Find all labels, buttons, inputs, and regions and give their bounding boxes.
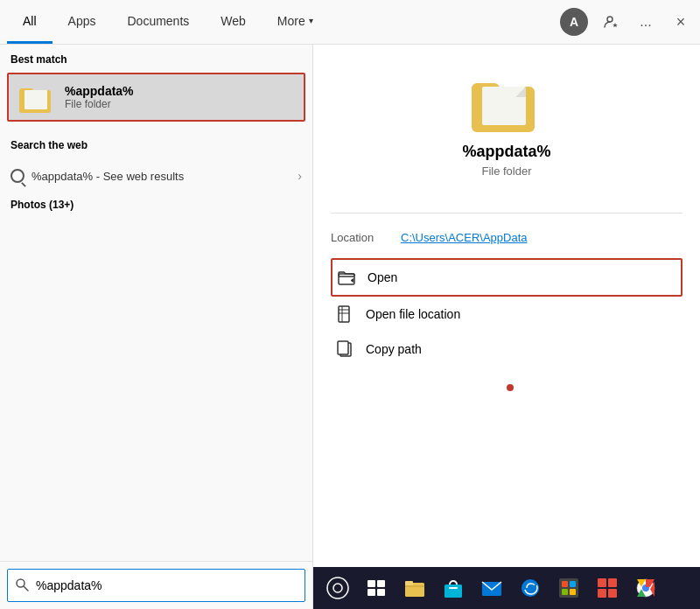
close-button[interactable]: × xyxy=(668,10,693,34)
arrow-right-icon: › xyxy=(298,169,302,183)
search-box-icon xyxy=(15,578,29,594)
left-panel: Best match %appdata% File folder Search … xyxy=(0,45,313,609)
best-match-text: %appdata% File folder xyxy=(65,84,134,110)
tab-more-label: More xyxy=(277,14,305,28)
more-options-button[interactable]: ... xyxy=(634,10,658,34)
web-item-text: %appdata% - See web results xyxy=(32,170,298,183)
copy-path-icon xyxy=(334,339,355,360)
taskbar-ms-store[interactable] xyxy=(551,570,586,606)
svg-rect-25 xyxy=(608,578,617,587)
best-match-item[interactable]: %appdata% File folder xyxy=(7,73,305,122)
open-button[interactable]: Open xyxy=(331,258,682,297)
svg-rect-26 xyxy=(598,589,606,598)
folder-icon xyxy=(19,81,54,113)
mic-indicator xyxy=(507,384,514,391)
taskbar xyxy=(313,567,700,609)
open-icon xyxy=(336,267,357,288)
folder-icon-xl xyxy=(472,71,542,132)
content-area: Best match %appdata% File folder Search … xyxy=(0,45,700,609)
svg-line-2 xyxy=(24,586,28,591)
svg-rect-16 xyxy=(449,587,458,589)
location-row: Location C:\Users\ACER\AppData xyxy=(331,228,682,258)
close-icon: × xyxy=(676,13,686,32)
search-input[interactable] xyxy=(36,578,298,592)
taskbar-task-view[interactable] xyxy=(359,570,394,606)
copy-path-button[interactable]: Copy path xyxy=(331,332,682,367)
svg-rect-23 xyxy=(570,589,576,595)
svg-point-7 xyxy=(327,578,348,598)
avatar[interactable]: A xyxy=(560,8,588,36)
svg-rect-9 xyxy=(368,580,375,587)
nav-tabs: All Apps Documents Web More ▾ A xyxy=(0,0,700,45)
search-icon xyxy=(10,169,24,183)
svg-rect-24 xyxy=(598,578,606,587)
search-box-container xyxy=(0,561,312,609)
web-section: %appdata% - See web results › xyxy=(0,157,312,192)
right-panel: %appdata% File folder Location C:\Users\… xyxy=(313,45,700,609)
tab-web-label: Web xyxy=(220,14,246,28)
taskbar-store[interactable] xyxy=(436,570,471,606)
taskbar-edge[interactable] xyxy=(513,570,548,606)
location-path[interactable]: C:\Users\ACER\AppData xyxy=(401,231,528,244)
taskbar-search[interactable] xyxy=(320,570,355,606)
svg-rect-21 xyxy=(570,581,576,587)
svg-rect-10 xyxy=(377,580,385,587)
svg-rect-20 xyxy=(562,581,568,587)
tab-apps[interactable]: Apps xyxy=(52,0,112,44)
svg-rect-3 xyxy=(339,274,354,284)
tab-web[interactable]: Web xyxy=(205,0,262,44)
taskbar-tiles[interactable] xyxy=(590,570,625,606)
chevron-down-icon: ▾ xyxy=(309,16,313,25)
svg-rect-22 xyxy=(562,589,568,595)
svg-point-8 xyxy=(333,584,342,592)
tab-more[interactable]: More ▾ xyxy=(262,0,329,44)
open-label: Open xyxy=(368,270,397,284)
svg-rect-14 xyxy=(405,581,413,585)
tab-documents[interactable]: Documents xyxy=(111,0,205,44)
svg-rect-11 xyxy=(368,589,375,596)
svg-rect-27 xyxy=(608,589,617,598)
more-icon: ... xyxy=(640,14,651,30)
location-label: Location xyxy=(331,231,401,244)
web-section-label: Search the web xyxy=(0,130,312,157)
taskbar-file-explorer[interactable] xyxy=(397,570,432,606)
taskbar-chrome[interactable] xyxy=(628,570,663,606)
svg-rect-15 xyxy=(444,584,462,598)
avatar-letter: A xyxy=(570,15,578,29)
svg-rect-12 xyxy=(377,589,385,596)
folder-preview: %appdata% File folder xyxy=(462,71,550,195)
photos-label: Photos (13+) xyxy=(0,192,312,218)
best-match-label: Best match xyxy=(0,45,312,71)
tab-documents-label: Documents xyxy=(127,14,189,28)
tab-all[interactable]: All xyxy=(7,0,52,44)
svg-rect-4 xyxy=(339,306,349,322)
folder-name: %appdata% xyxy=(462,143,550,161)
search-box[interactable] xyxy=(7,569,305,602)
best-match-name: %appdata% xyxy=(65,84,134,98)
feedback-button[interactable] xyxy=(598,10,623,34)
folder-type: File folder xyxy=(481,164,531,178)
open-file-location-button[interactable]: Open file location xyxy=(331,297,682,332)
open-file-location-label: Open file location xyxy=(366,307,460,321)
svg-rect-6 xyxy=(338,341,348,354)
best-match-type: File folder xyxy=(65,98,134,110)
taskbar-mail[interactable] xyxy=(474,570,509,606)
open-file-location-icon xyxy=(334,304,355,325)
tab-all-label: All xyxy=(23,14,37,28)
svg-point-0 xyxy=(607,17,612,22)
copy-path-label: Copy path xyxy=(366,342,422,356)
divider xyxy=(331,213,682,214)
tab-apps-label: Apps xyxy=(68,14,96,28)
web-search-item[interactable]: %appdata% - See web results › xyxy=(10,164,302,188)
